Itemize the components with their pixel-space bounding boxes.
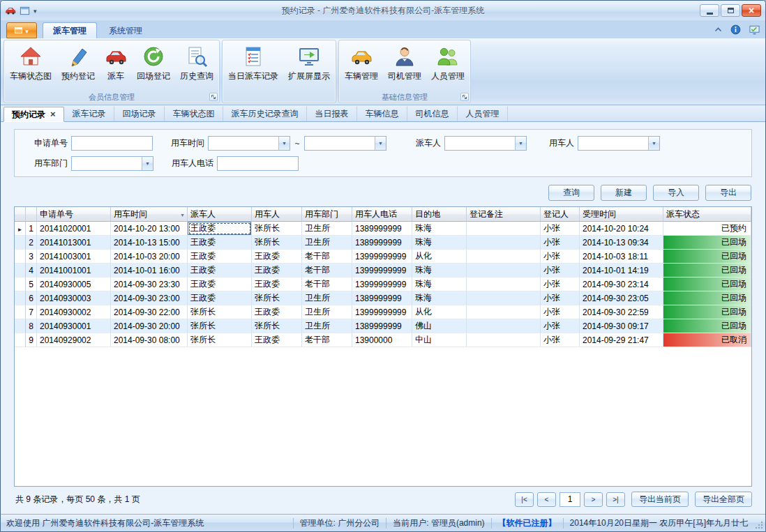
ribbon-button-driver-mgmt[interactable]: 司机管理 [383, 41, 426, 92]
use-time-to-combo[interactable] [304, 136, 386, 151]
cell-accept-time[interactable]: 2014-10-01 14:19 [580, 264, 663, 278]
close-tab-icon[interactable] [50, 109, 56, 119]
column-header-user[interactable]: 用车人 [252, 207, 302, 222]
row-number[interactable]: 1 [26, 222, 37, 236]
cell-remark[interactable] [467, 250, 541, 264]
column-header-use-time[interactable]: 用车时间 [111, 207, 188, 222]
cell-accept-time[interactable]: 2014-10-20 10:24 [580, 222, 663, 236]
row-number[interactable]: 5 [26, 278, 37, 291]
cell-phone[interactable]: 13999999999 [352, 264, 412, 278]
display-settings-icon[interactable] [749, 24, 760, 35]
cell-user[interactable]: 王政委 [252, 264, 302, 278]
pager-first-button[interactable]: |< [515, 492, 534, 507]
cell-order-no[interactable]: 20140930003 [37, 291, 111, 305]
cell-dispatcher[interactable]: 王政委 [188, 291, 252, 305]
ribbon-button-extended-screen[interactable]: 扩展屏显示 [283, 41, 335, 92]
cell-phone[interactable]: 13999999999 [352, 278, 412, 291]
ribbon-button-dispatch[interactable]: 派车 [100, 41, 132, 92]
table-row[interactable]: 5201409300052014-09-30 23:30王政委王政委老干部139… [15, 278, 751, 291]
row-indicator[interactable] [15, 250, 26, 264]
cell-dispatcher[interactable]: 张所长 [188, 319, 252, 333]
dispatcher-combo[interactable] [444, 136, 527, 151]
window-layout-icon[interactable] [20, 6, 30, 16]
cell-dispatcher[interactable]: 王政委 [188, 236, 252, 250]
cell-status[interactable]: 已取消 [663, 333, 751, 347]
doc-tab-daily-report[interactable]: 当日报表 [307, 106, 357, 121]
table-row[interactable]: 4201410010012014-10-01 16:00王政委王政委老干部139… [15, 264, 751, 278]
row-number[interactable]: 8 [26, 319, 37, 333]
row-number[interactable]: 2 [26, 236, 37, 250]
export-button[interactable]: 导出 [705, 185, 751, 201]
cell-user[interactable]: 王政委 [252, 333, 302, 347]
cell-user[interactable]: 张所长 [252, 222, 302, 236]
cell-order-no[interactable]: 20141013001 [37, 236, 111, 250]
column-header-registrar[interactable]: 登记人 [541, 207, 580, 222]
info-icon[interactable] [730, 24, 741, 35]
pager-last-button[interactable]: >| [606, 492, 625, 507]
doc-tab-dispatch-records[interactable]: 派车记录 [64, 106, 114, 121]
column-header-dept[interactable]: 用车部门 [302, 207, 352, 222]
cell-dispatcher[interactable]: 张所长 [188, 305, 252, 319]
query-button[interactable]: 查询 [548, 185, 594, 201]
pager-page-input[interactable] [560, 492, 580, 507]
cell-registrar[interactable]: 小张 [541, 319, 580, 333]
ribbon-button-return-register[interactable]: 回场登记 [132, 41, 175, 92]
cell-dept[interactable]: 卫生所 [302, 236, 352, 250]
cell-order-no[interactable]: 20141001001 [37, 264, 111, 278]
cell-status[interactable]: 已回场 [663, 236, 751, 250]
cell-use-time[interactable]: 2014-09-30 22:00 [111, 305, 188, 319]
row-number[interactable]: 9 [26, 333, 37, 347]
table-row[interactable]: 7201409300022014-09-30 22:00张所长王政委卫生所139… [15, 305, 751, 319]
cell-registrar[interactable]: 小张 [541, 264, 580, 278]
cell-use-time[interactable]: 2014-09-30 23:30 [111, 278, 188, 291]
column-header-status[interactable]: 派车状态 [663, 207, 751, 222]
use-time-to-input[interactable] [305, 137, 375, 150]
ribbon-button-vehicle-mgmt[interactable]: 车辆管理 [340, 41, 383, 92]
cell-order-no[interactable]: 20141020001 [37, 222, 111, 236]
chevron-down-icon[interactable] [515, 137, 526, 150]
cell-registrar[interactable]: 小张 [541, 250, 580, 264]
doc-tab-return-records[interactable]: 回场记录 [114, 106, 165, 121]
cell-phone[interactable]: 13999999999 [352, 305, 412, 319]
cell-dispatcher[interactable]: 王政委 [188, 250, 252, 264]
cell-order-no[interactable]: 20140930001 [37, 319, 111, 333]
row-number[interactable]: 6 [26, 291, 37, 305]
filter-dropdown-icon[interactable] [180, 207, 185, 222]
cell-registrar[interactable]: 小张 [541, 305, 580, 319]
cell-phone[interactable]: 13999999999 [352, 250, 412, 264]
column-header-destination[interactable]: 目的地 [412, 207, 467, 222]
cell-order-no[interactable]: 20140930002 [37, 305, 111, 319]
cell-status[interactable]: 已回场 [663, 319, 751, 333]
collapse-ribbon-icon[interactable] [714, 27, 722, 32]
cell-user[interactable]: 张所长 [252, 319, 302, 333]
table-row[interactable]: 8201409300012014-09-30 20:00张所长张所长卫生所138… [15, 319, 751, 333]
resize-grip[interactable] [754, 520, 763, 529]
cell-registrar[interactable]: 小张 [541, 333, 580, 347]
cell-remark[interactable] [467, 291, 541, 305]
cell-destination[interactable]: 珠海 [412, 236, 467, 250]
ribbon-button-history-query[interactable]: 历史查询 [175, 41, 218, 92]
cell-use-time[interactable]: 2014-09-30 23:00 [111, 291, 188, 305]
table-row[interactable]: 2201410130012014-10-13 15:00王政委张所长卫生所138… [15, 236, 751, 250]
dept-combo[interactable] [71, 156, 153, 171]
cell-accept-time[interactable]: 2014-10-03 18:11 [580, 250, 663, 264]
cell-status[interactable]: 已预约 [663, 222, 751, 236]
cell-dispatcher[interactable]: 张所长 [188, 333, 252, 347]
row-number[interactable]: 3 [26, 250, 37, 264]
restore-button[interactable] [721, 4, 740, 17]
cell-remark[interactable] [467, 236, 541, 250]
cell-accept-time[interactable]: 2014-09-30 22:59 [580, 305, 663, 319]
new-button[interactable]: 新建 [601, 185, 647, 201]
ribbon-button-vehicle-status-map[interactable]: 车辆状态图 [5, 41, 57, 92]
row-indicator[interactable] [15, 222, 26, 236]
cell-use-time[interactable]: 2014-10-01 16:00 [111, 264, 188, 278]
dept-input[interactable] [72, 157, 142, 170]
ribbon-tab-system-mgmt[interactable]: 系统管理 [98, 22, 153, 38]
pager-next-button[interactable]: > [584, 492, 603, 507]
cell-remark[interactable] [467, 222, 541, 236]
export-current-page-button[interactable]: 导出当前页 [631, 492, 689, 507]
cell-status[interactable]: 已回场 [663, 264, 751, 278]
cell-status[interactable]: 已回场 [663, 305, 751, 319]
row-indicator[interactable] [15, 264, 26, 278]
cell-accept-time[interactable]: 2014-09-29 21:47 [580, 333, 663, 347]
